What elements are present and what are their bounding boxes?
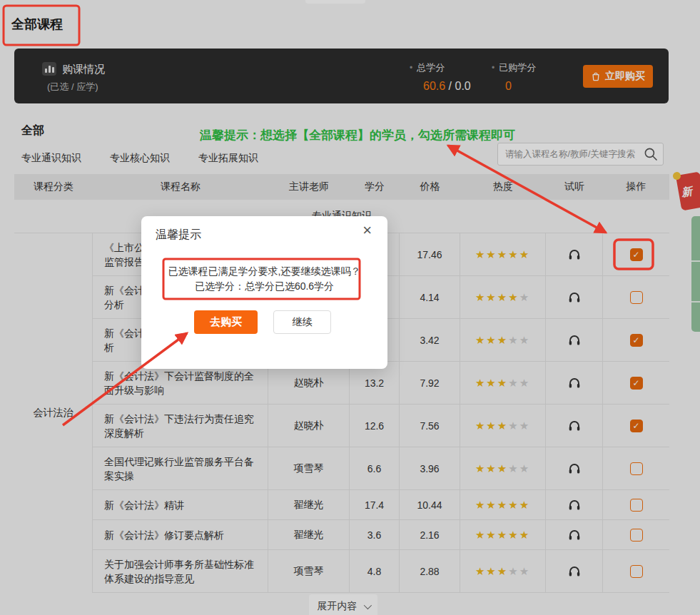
go-purchase-button[interactable]: 去购买 bbox=[194, 310, 258, 334]
tip-modal: 温馨提示 × 已选课程已满足学分要求,还要继续选课吗？ 已选学分：总学分已选60… bbox=[141, 216, 387, 369]
close-icon[interactable]: × bbox=[358, 222, 376, 239]
continue-button[interactable]: 继续 bbox=[273, 310, 331, 334]
modal-title: 温馨提示 bbox=[156, 228, 201, 243]
modal-message: 已选课程已满足学分要求,还要继续选课吗？ 已选学分：总学分已选60.6学分 bbox=[141, 264, 387, 294]
course-selection-page: 全部课程 购课情况 (已选 / 应学) •总学分 60.6 / 0.0 •已购学… bbox=[0, 0, 700, 615]
modal-message-line2: 已选学分：总学分已选60.6学分 bbox=[141, 279, 387, 294]
modal-message-line1: 已选课程已满足学分要求,还要继续选课吗？ bbox=[141, 264, 387, 279]
